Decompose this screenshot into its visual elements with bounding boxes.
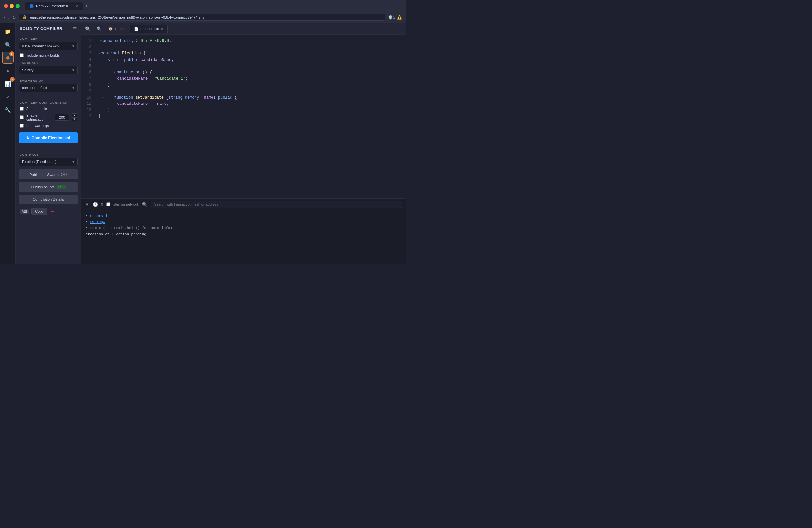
shield-icon: 🛡️2 (388, 15, 395, 20)
left-panel: SOLIDITY COMPILER ☰ COMPILER 0.8.4+commi… (16, 23, 81, 264)
minimize-traffic-light[interactable] (10, 4, 14, 8)
code-content[interactable]: pragma solidity >=0.7.0 <0.9.0; ▾contrac… (94, 35, 406, 199)
back-button[interactable]: ‹ (4, 15, 5, 20)
enable-optimization-checkbox[interactable] (20, 115, 24, 119)
tab-close-button[interactable]: ✕ (75, 4, 78, 8)
auto-compile-row: Auto compile (16, 105, 81, 112)
home-tab-label: Home (115, 27, 125, 31)
traffic-lights (4, 4, 20, 8)
urlbar: ‹ › ↻ 🔒 remix.ethereum.org/#optimize=fal… (0, 12, 406, 23)
sidebar-item-tools[interactable]: 🔧 (2, 104, 14, 116)
sidebar-item-deploy[interactable]: ▲ (2, 65, 14, 77)
compiler-badge: 1 (10, 52, 14, 56)
copy-popup[interactable]: Copy (31, 208, 47, 215)
hide-warnings-checkbox[interactable] (20, 124, 24, 128)
editor-tabs: 🔍- 🔍 🏠 Home 📄 Election.sol ✕ (81, 23, 406, 35)
panel-menu-button[interactable]: ☰ (73, 26, 77, 31)
url-field[interactable]: 🔒 remix.ethereum.org/#optimize=false&run… (19, 14, 386, 20)
publish-swarm-button[interactable]: Publish on Swarm ⬡⬡ (19, 169, 77, 180)
sidebar-item-debug[interactable]: 📊 2 (2, 78, 14, 90)
files-icon: 📁 (4, 28, 11, 35)
tab-title: Remix - Ethereum IDE (36, 4, 72, 8)
section-divider-2 (16, 149, 81, 149)
main-area: 🔍- 🔍 🏠 Home 📄 Election.sol ✕ 1 2 3 4 5 6… (81, 23, 406, 264)
search-console-button[interactable]: 🔍 (142, 202, 147, 207)
bottom-panel: ▼ 🕐 0 listen on network 🔍 • ethers.js • … (81, 199, 406, 264)
include-nightly-builds-checkbox[interactable] (20, 53, 24, 57)
count-display: 0 (101, 202, 103, 206)
sidebar-item-files[interactable]: 📁 (2, 26, 14, 37)
lock-icon: 🔒 (22, 15, 27, 19)
tab-election-sol[interactable]: 📄 Election.sol ✕ (130, 25, 168, 33)
auto-compile-checkbox[interactable] (20, 107, 24, 111)
language-select-wrapper: Solidity ▼ (16, 66, 81, 74)
panel-header: SOLIDITY COMPILER ☰ (16, 23, 81, 34)
abi-tag[interactable]: ABI (20, 209, 29, 214)
hide-warnings-label: Hide warnings (26, 124, 49, 128)
maximize-traffic-light[interactable] (16, 4, 20, 8)
clock-button[interactable]: 🕐 (93, 202, 98, 207)
console-pending: creation of Election pending... (86, 231, 402, 238)
code-editor: 1 2 3 4 5 6 7 8 9 10 11 12 13 pragma sol… (81, 35, 406, 199)
tools-icon: 🔧 (4, 107, 11, 113)
listen-network-checkbox[interactable] (106, 202, 110, 206)
test-icon: ✓ (5, 94, 10, 100)
compile-button[interactable]: ↻ Compile Election.sol (19, 132, 77, 143)
evm-version-select[interactable]: compiler default (19, 84, 77, 92)
zoom-out-button[interactable]: 🔍- (84, 25, 93, 33)
optimization-row: Enable optimization ▲ ▼ (16, 112, 81, 123)
listen-network-label: listen on network (112, 202, 139, 206)
include-nightly-builds-label: Include nightly builds (26, 53, 60, 57)
compile-icon: ↻ (26, 135, 29, 140)
evm-version-select-wrapper: compiler default ▼ (16, 84, 81, 92)
ipfs-icon: IPFS (57, 185, 66, 189)
debug-badge: 2 (10, 77, 15, 82)
warning-icon: ⚠️ (397, 15, 402, 20)
console-swarmgw-link[interactable]: • swarmgw (86, 219, 402, 225)
language-select[interactable]: Solidity (19, 66, 77, 74)
arrow-indicator: ← (50, 208, 55, 214)
contract-section-label: CONTRACT (16, 151, 81, 158)
console-ethers-link[interactable]: • ethers.js (86, 213, 402, 219)
reload-button[interactable]: ↻ (12, 15, 16, 20)
sidebar-item-test[interactable]: ✓ (2, 91, 14, 103)
panel-title: SOLIDITY COMPILER (20, 27, 62, 31)
close-traffic-light[interactable] (4, 4, 8, 8)
search-icon: 🔍 (4, 42, 11, 48)
console-remix-text: • remix (run remix.help() for more info) (86, 225, 402, 231)
compiler-select[interactable]: 0.8.4+commit.c7e474f2 (19, 42, 77, 50)
contract-select-wrapper: Election (Election.sol) ▼ (16, 158, 81, 166)
tab-favicon: 🔵 (29, 4, 34, 8)
network-input: listen on network (106, 202, 139, 206)
compilation-details-button[interactable]: Compilation Details (19, 195, 77, 204)
compiler-config-label: COMPILER CONFIGURATION (16, 98, 81, 105)
optimization-stepper: ▲ ▼ (72, 113, 77, 121)
file-tab-label: Election.sol (141, 27, 159, 31)
swarm-icon: ⬡⬡ (61, 172, 67, 176)
publish-ipfs-button[interactable]: Publish on Ipfs IPFS (19, 182, 77, 192)
sidebar-item-compiler[interactable]: ◉ 1 (2, 52, 14, 63)
tab-bar: 🔵 Remix - Ethereum IDE ✕ + (25, 2, 402, 10)
sidebar-item-search[interactable]: 🔍 (2, 39, 14, 51)
new-tab-button[interactable]: + (83, 3, 91, 9)
app-layout: 📁 🔍 ◉ 1 ▲ 📊 2 ✓ 🔧 SOLIDITY COMPILER ☰ CO… (0, 23, 406, 264)
include-nightly-builds-row: Include nightly builds (16, 52, 81, 59)
publish-ipfs-label: Publish on Ipfs (31, 185, 54, 189)
browser-tab[interactable]: 🔵 Remix - Ethereum IDE ✕ (25, 2, 83, 10)
forward-button[interactable]: › (8, 15, 10, 20)
auto-compile-label: Auto compile (26, 107, 47, 111)
abi-bar: ABI Copy ← (16, 206, 81, 217)
contract-select[interactable]: Election (Election.sol) (19, 158, 77, 166)
evm-version-label: EVM VERSION (16, 76, 81, 84)
file-tab-close[interactable]: ✕ (161, 27, 163, 31)
optimization-decrement-button[interactable]: ▼ (72, 117, 77, 121)
tab-home[interactable]: 🏠 Home (104, 25, 128, 33)
zoom-in-button[interactable]: 🔍 (95, 25, 103, 33)
optimization-value-input[interactable] (55, 114, 69, 120)
optimization-increment-button[interactable]: ▲ (72, 113, 77, 117)
publish-swarm-label: Publish on Swarm (29, 173, 59, 176)
transaction-search-input[interactable] (150, 201, 402, 208)
compiler-icon: ◉ (6, 55, 10, 60)
expand-console-button[interactable]: ▼ (85, 202, 89, 207)
deploy-icon: ▲ (5, 68, 11, 74)
